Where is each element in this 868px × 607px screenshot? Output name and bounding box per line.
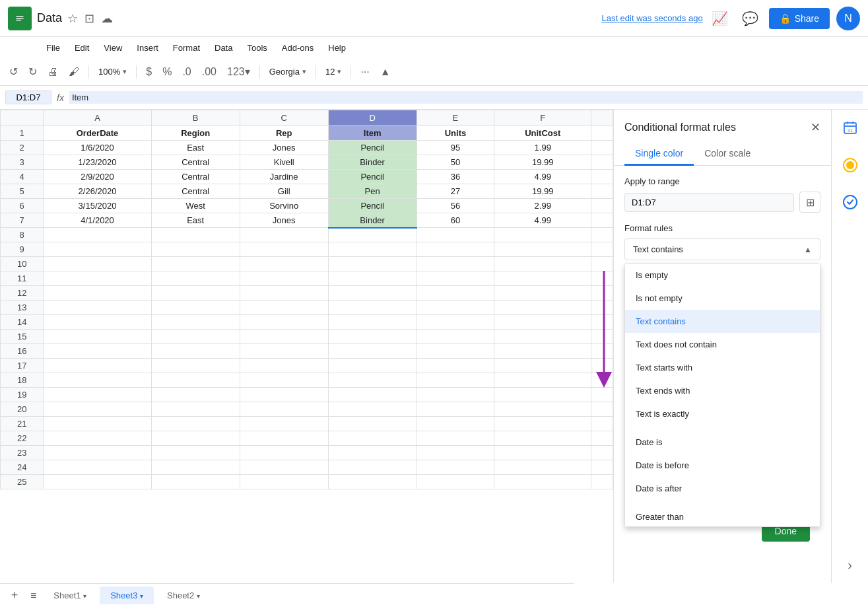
cell-c1[interactable]: Rep bbox=[240, 126, 328, 141]
menu-help[interactable]: Help bbox=[321, 40, 352, 55]
redo-button[interactable]: ↻ bbox=[24, 63, 41, 81]
add-sheet-button[interactable]: + bbox=[5, 587, 24, 605]
menu-tools[interactable]: Tools bbox=[240, 40, 273, 55]
cell-f7[interactable]: 4.99 bbox=[494, 213, 591, 228]
cell-a4[interactable]: 2/9/2020 bbox=[44, 170, 151, 184]
sheet-tab-sheet2[interactable]: Sheet2 ▾ bbox=[156, 587, 211, 604]
tasks-icon[interactable] bbox=[837, 152, 863, 178]
cell-e3[interactable]: 50 bbox=[417, 155, 494, 170]
more-options-button[interactable]: ··· bbox=[356, 63, 373, 81]
zoom-dropdown[interactable]: 100% ▾ bbox=[94, 64, 131, 79]
share-button[interactable]: 🔒 Share bbox=[769, 8, 830, 29]
undo-button[interactable]: ↺ bbox=[5, 63, 22, 81]
paint-format-button[interactable]: 🖌 bbox=[65, 63, 83, 81]
cell-c7[interactable]: Jones bbox=[240, 213, 328, 228]
cell-b3[interactable]: Central bbox=[151, 155, 240, 170]
menu-insert[interactable]: Insert bbox=[130, 40, 165, 55]
menu-edit[interactable]: Edit bbox=[68, 40, 96, 55]
rule-is-empty[interactable]: Is empty bbox=[625, 264, 820, 287]
cell-d3[interactable]: Binder bbox=[328, 155, 417, 170]
cell-f4[interactable]: 4.99 bbox=[494, 170, 591, 184]
calendar-icon[interactable]: 31 bbox=[837, 115, 863, 141]
col-header-c[interactable]: C bbox=[240, 110, 328, 126]
rule-text-is-exactly[interactable]: Text is exactly bbox=[625, 402, 820, 425]
avatar[interactable]: N bbox=[836, 7, 860, 30]
check-icon[interactable] bbox=[837, 189, 863, 215]
col-header-d[interactable]: D bbox=[328, 110, 417, 126]
rule-date-is-before[interactable]: Date is before bbox=[625, 454, 820, 477]
tab-single-color[interactable]: Single color bbox=[624, 143, 694, 166]
cell-a7[interactable]: 4/1/2020 bbox=[44, 213, 151, 228]
cell-e7[interactable]: 60 bbox=[417, 213, 494, 228]
col-header-e[interactable]: E bbox=[417, 110, 494, 126]
format-rules-dropdown[interactable]: Text contains ▲ Is empty Is not empty Te… bbox=[624, 238, 820, 260]
cell-reference-input[interactable]: D1:D7 bbox=[5, 90, 51, 104]
font-dropdown[interactable]: Georgia ▾ bbox=[265, 64, 310, 79]
range-grid-button[interactable]: ⊞ bbox=[799, 192, 820, 213]
cell-c2[interactable]: Jones bbox=[240, 141, 328, 155]
range-input[interactable]: D1:D7 bbox=[624, 193, 794, 212]
cell-e6[interactable]: 56 bbox=[417, 199, 494, 213]
print-button[interactable]: 🖨 bbox=[44, 63, 62, 81]
cell-d6[interactable]: Pencil bbox=[328, 199, 417, 213]
cell-a6[interactable]: 3/15/2020 bbox=[44, 199, 151, 213]
menu-file[interactable]: File bbox=[40, 40, 67, 55]
format-number-button[interactable]: 123▾ bbox=[223, 63, 254, 81]
cell-b4[interactable]: Central bbox=[151, 170, 240, 184]
close-panel-button[interactable]: ✕ bbox=[811, 120, 820, 135]
col-header-a[interactable]: A bbox=[44, 110, 151, 126]
comments-icon[interactable]: 💬 bbox=[739, 7, 762, 30]
col-header-f[interactable]: F bbox=[494, 110, 591, 126]
sheet-tab-sheet3[interactable]: Sheet3 ▾ bbox=[100, 587, 154, 604]
cell-e4[interactable]: 36 bbox=[417, 170, 494, 184]
cell-a1[interactable]: OrderDate bbox=[44, 126, 151, 141]
rule-greater-than[interactable]: Greater than bbox=[625, 505, 820, 527]
cell-c3[interactable]: Kivell bbox=[240, 155, 328, 170]
menu-view[interactable]: View bbox=[97, 40, 129, 55]
cell-c5[interactable]: Gill bbox=[240, 184, 328, 199]
cell-d2[interactable]: Pencil bbox=[328, 141, 417, 155]
menu-addons[interactable]: Add-ons bbox=[275, 40, 320, 55]
cell-e5[interactable]: 27 bbox=[417, 184, 494, 199]
sheet-tab-sheet1[interactable]: Sheet1 ▾ bbox=[43, 587, 97, 604]
sheet-menu-button[interactable]: ≡ bbox=[26, 587, 40, 604]
cell-c4[interactable]: Jardine bbox=[240, 170, 328, 184]
cell-d7[interactable]: Binder bbox=[328, 213, 417, 228]
rule-text-starts-with[interactable]: Text starts with bbox=[625, 356, 820, 379]
expand-icon[interactable]: › bbox=[837, 552, 863, 578]
collapse-toolbar-button[interactable]: ▲ bbox=[376, 63, 395, 81]
col-header-b[interactable]: B bbox=[151, 110, 240, 126]
formula-input[interactable] bbox=[69, 91, 863, 104]
cell-d4[interactable]: Pencil bbox=[328, 170, 417, 184]
rule-is-not-empty[interactable]: Is not empty bbox=[625, 287, 820, 310]
currency-button[interactable]: $ bbox=[142, 63, 156, 81]
cell-a5[interactable]: 2/26/2020 bbox=[44, 184, 151, 199]
cell-f1[interactable]: UnitCost bbox=[494, 126, 591, 141]
cell-b7[interactable]: East bbox=[151, 213, 240, 228]
last-edit-link[interactable]: Last edit was seconds ago bbox=[601, 13, 702, 23]
folder-icon[interactable]: ⊡ bbox=[84, 11, 94, 26]
cell-b6[interactable]: West bbox=[151, 199, 240, 213]
chart-icon[interactable]: 📈 bbox=[708, 7, 732, 30]
cloud-icon[interactable]: ☁ bbox=[101, 11, 113, 26]
cell-b2[interactable]: East bbox=[151, 141, 240, 155]
cell-f5[interactable]: 19.99 bbox=[494, 184, 591, 199]
rule-text-contains[interactable]: Text contains bbox=[625, 310, 820, 333]
cell-e1[interactable]: Units bbox=[417, 126, 494, 141]
cell-f3[interactable]: 19.99 bbox=[494, 155, 591, 170]
fontsize-dropdown[interactable]: 12 ▾ bbox=[321, 64, 345, 79]
cell-f6[interactable]: 2.99 bbox=[494, 199, 591, 213]
cell-e2[interactable]: 95 bbox=[417, 141, 494, 155]
cell-c6[interactable]: Sorvino bbox=[240, 199, 328, 213]
format-rules-selected[interactable]: Text contains ▲ bbox=[625, 239, 820, 260]
cell-b1[interactable]: Region bbox=[151, 126, 240, 141]
star-icon[interactable]: ☆ bbox=[67, 11, 78, 26]
tab-color-scale[interactable]: Color scale bbox=[694, 143, 761, 166]
rule-date-is[interactable]: Date is bbox=[625, 431, 820, 454]
rule-text-ends-with[interactable]: Text ends with bbox=[625, 379, 820, 402]
rule-text-not-contain[interactable]: Text does not contain bbox=[625, 333, 820, 356]
menu-data[interactable]: Data bbox=[208, 40, 239, 55]
cell-d1[interactable]: Item bbox=[328, 126, 417, 141]
cell-f2[interactable]: 1.99 bbox=[494, 141, 591, 155]
rule-date-is-after[interactable]: Date is after bbox=[625, 477, 820, 500]
